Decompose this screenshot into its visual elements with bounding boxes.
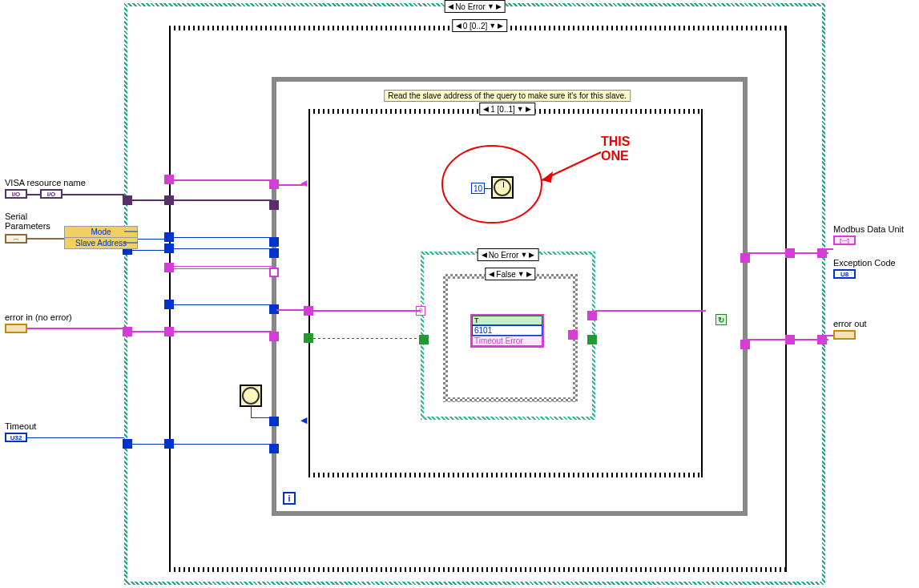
label-exception-code: Exception Code — [833, 258, 896, 268]
io-coercion-icon: I/O — [40, 189, 62, 199]
outer-case-structure: ◀ No Error ▼ ▶ ◀ 0 [0..2] ▼ ▶ i ↻ — [124, 3, 825, 585]
prev-frame-arrow-icon[interactable]: ◀ — [482, 105, 490, 113]
terminal-timeout[interactable]: U32 — [5, 433, 27, 442]
dropdown-icon[interactable]: ▼ — [516, 270, 525, 278]
terminal-modbus-data-unit[interactable]: [···] — [833, 236, 856, 245]
inner-case-noerror: ◀ No Error ▼ ▶ ◀ False — [421, 252, 595, 420]
frame-comment: Read the slave address of the query to m… — [384, 90, 631, 102]
label-visa-resource: VISA resource name — [5, 178, 86, 187]
callout-label: THIS ONE — [601, 135, 630, 163]
svg-marker-4 — [542, 171, 553, 183]
while-tunnel-mag-err — [269, 332, 279, 341]
label-error-in: error in (no error) — [5, 312, 72, 322]
prev-frame-arrow-icon[interactable]: ◀ — [454, 22, 463, 30]
terminal-error-in[interactable] — [5, 324, 27, 333]
case-tunnel-out-mag — [587, 311, 597, 320]
next-case-arrow-icon[interactable]: ▶ — [494, 2, 503, 10]
tick-count-node[interactable] — [240, 385, 262, 407]
terminal-serial-params[interactable]: ··· — [5, 234, 27, 244]
selector-value: No Error — [489, 251, 519, 260]
loop-condition-terminal[interactable]: ↻ — [715, 314, 727, 325]
terminal-visa-resource[interactable]: I/O — [5, 189, 27, 199]
iteration-terminal: i — [283, 492, 296, 505]
next-case-arrow-icon[interactable]: ▶ — [525, 270, 534, 278]
prev-case-arrow-icon[interactable]: ◀ — [446, 2, 455, 10]
case-error-tunnel-in — [419, 335, 429, 344]
inner-case1-selector[interactable]: ◀ No Error ▼ ▶ — [478, 248, 539, 261]
error-source: Timeout Error — [472, 336, 542, 346]
error-cluster-bundle[interactable]: T 6101 Timeout Error — [470, 314, 544, 348]
unbundle-by-name[interactable]: Mode Slave Address — [64, 226, 138, 249]
selector-value: 1 [0..1] — [490, 105, 515, 114]
selector-value: No Error — [455, 2, 486, 11]
inner-case-false: ◀ False ▼ ▶ T 6101 Timeout Error — [443, 274, 578, 402]
callout-circle-icon — [433, 136, 673, 232]
dropdown-icon[interactable]: ▼ — [486, 2, 494, 10]
while-tunnel-out-err — [740, 340, 750, 349]
while-tunnel-out-mag — [740, 253, 750, 263]
error-status: T — [472, 316, 542, 325]
dropdown-icon[interactable]: ▼ — [515, 105, 524, 113]
outer-sequence-structure: ◀ 0 [0..2] ▼ ▶ i ↻ Read the slave addres… — [169, 26, 790, 572]
outer-case-selector[interactable]: ◀ No Error ▼ ▶ — [444, 0, 506, 13]
next-case-arrow-icon[interactable]: ▶ — [527, 251, 536, 259]
label-timeout: Timeout — [5, 421, 36, 431]
inner-case2-selector[interactable]: ◀ False ▼ ▶ — [485, 268, 535, 280]
error-code: 6101 — [472, 325, 542, 336]
terminal-error-out[interactable] — [833, 330, 856, 340]
while-tunnel-blue-5 — [269, 444, 279, 453]
label-error-out: error out — [833, 319, 867, 328]
prev-case-arrow-icon[interactable]: ◀ — [487, 270, 496, 278]
label-serial-params: Serial Parameters — [5, 211, 50, 231]
terminal-exception-code[interactable]: U8 — [833, 269, 856, 279]
shift-register-left-icon: ◀ — [300, 178, 312, 189]
case-error-tunnel-out — [587, 335, 597, 344]
selector-value: False — [496, 270, 515, 279]
selector-value: 0 [0..2] — [463, 22, 488, 30]
while-tunnel-purple — [269, 200, 279, 210]
label-modbus-data-unit: Modbus Data Unit — [833, 224, 904, 234]
prev-case-arrow-icon[interactable]: ◀ — [480, 251, 489, 259]
svg-point-2 — [442, 146, 542, 223]
next-frame-arrow-icon[interactable]: ▶ — [524, 105, 533, 113]
dropdown-icon[interactable]: ▼ — [487, 22, 496, 30]
seq1-selector[interactable]: ◀ 0 [0..2] ▼ ▶ — [452, 19, 508, 32]
seq2-selector[interactable]: ◀ 1 [0..1] ▼ ▶ — [479, 103, 535, 115]
next-frame-arrow-icon[interactable]: ▶ — [496, 22, 505, 30]
shift-register-left-icon: ◀ — [300, 415, 312, 426]
while-tunnel-blue-1 — [269, 237, 279, 247]
while-tunnel-blue-2 — [269, 248, 279, 258]
dropdown-icon[interactable]: ▼ — [518, 251, 527, 259]
tunnel-out-mag — [568, 330, 578, 340]
